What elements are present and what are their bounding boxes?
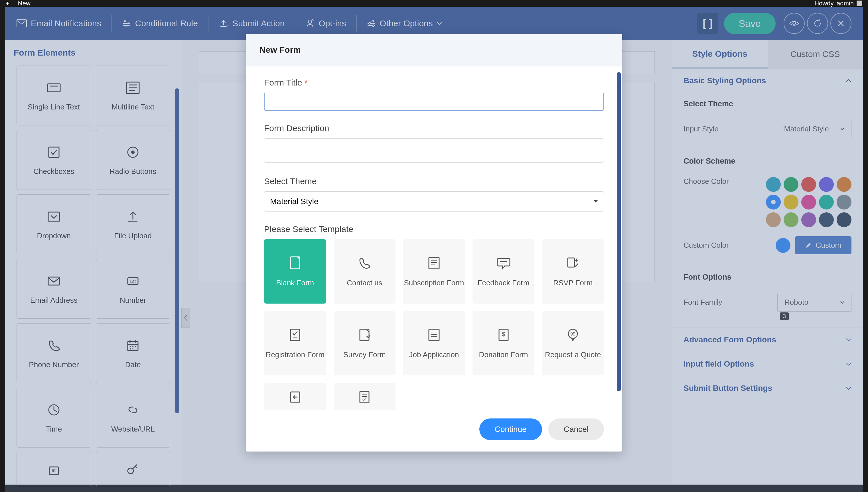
template-icon	[287, 254, 304, 272]
template-icon: 99	[564, 326, 581, 344]
template-label: RSVP Form	[553, 278, 593, 288]
modal-body: Form Title * Form Description Select The…	[246, 67, 622, 410]
template-rsvp-form[interactable]: RSVP Form	[542, 239, 604, 303]
template-job-application[interactable]: Job Application	[403, 311, 465, 375]
template-registration-form[interactable]: Registration Form	[264, 311, 326, 375]
template-feedback-form[interactable]: Feedback Form	[473, 239, 535, 303]
user-greeting[interactable]: Howdy, admin	[814, 0, 854, 7]
template-label: Feedback Form	[478, 278, 530, 288]
template-blank-form[interactable]: Blank Form	[264, 239, 326, 303]
template-icon	[426, 254, 442, 272]
form-title-input[interactable]	[264, 93, 604, 111]
modal-scrollbar[interactable]	[617, 72, 621, 391]
cancel-button[interactable]: Cancel	[548, 418, 604, 440]
template-icon	[287, 389, 304, 405]
svg-rect-68	[360, 391, 369, 403]
template-icon	[287, 326, 304, 344]
form-title-label: Form Title *	[264, 78, 604, 88]
template-icon	[356, 326, 373, 344]
template-icon	[356, 389, 373, 405]
new-form-modal: New Form Form Title * Form Description S…	[246, 34, 622, 451]
template-donation-form[interactable]: $Donation Form	[473, 311, 535, 375]
theme-select[interactable]: Material Style	[264, 191, 604, 212]
form-description-label: Form Description	[264, 123, 604, 133]
template-label: Job Application	[409, 350, 459, 360]
template-label: Blank Form	[276, 278, 314, 288]
template-label: Request a Quote	[545, 350, 601, 360]
modal-footer: Continue Cancel	[246, 410, 622, 451]
template-icon	[564, 254, 581, 272]
template-label: Registration Form	[265, 350, 324, 360]
select-theme-label: Select Theme	[264, 176, 604, 186]
template-icon	[495, 254, 512, 272]
template-icon	[356, 254, 373, 272]
svg-rect-49	[429, 257, 439, 269]
template-subscription-form[interactable]: Subscription Form	[403, 239, 465, 303]
template-card[interactable]	[334, 383, 396, 410]
template-card[interactable]	[264, 383, 326, 410]
template-label: Donation Form	[479, 350, 528, 360]
svg-rect-59	[429, 329, 439, 341]
new-link[interactable]: New	[18, 0, 30, 7]
svg-text:$: $	[502, 331, 505, 337]
template-survey-form[interactable]: Survey Form	[334, 311, 396, 375]
template-contact-us[interactable]: Contact us	[334, 239, 396, 303]
template-label: Survey Form	[343, 350, 386, 360]
template-label: Contact us	[347, 278, 382, 288]
svg-rect-48	[291, 257, 300, 269]
avatar[interactable]	[857, 1, 862, 6]
svg-rect-56	[291, 329, 300, 341]
template-label: Subscription Form	[404, 278, 464, 288]
plus-icon[interactable]: +	[6, 0, 9, 7]
form-description-input[interactable]	[264, 138, 604, 163]
caret-down-icon	[594, 200, 598, 203]
svg-rect-55	[568, 258, 575, 267]
template-request-a-quote[interactable]: 99Request a Quote	[542, 311, 604, 375]
modal-title: New Form	[246, 34, 622, 67]
template-icon: $	[495, 326, 512, 344]
template-icon	[426, 326, 442, 344]
wp-admin-bar: + New Howdy, admin	[0, 0, 868, 7]
select-template-label: Please Select Template	[264, 224, 604, 234]
continue-button[interactable]: Continue	[479, 418, 542, 440]
svg-text:99: 99	[570, 331, 575, 336]
modal-overlay: New Form Form Title * Form Description S…	[5, 7, 863, 492]
